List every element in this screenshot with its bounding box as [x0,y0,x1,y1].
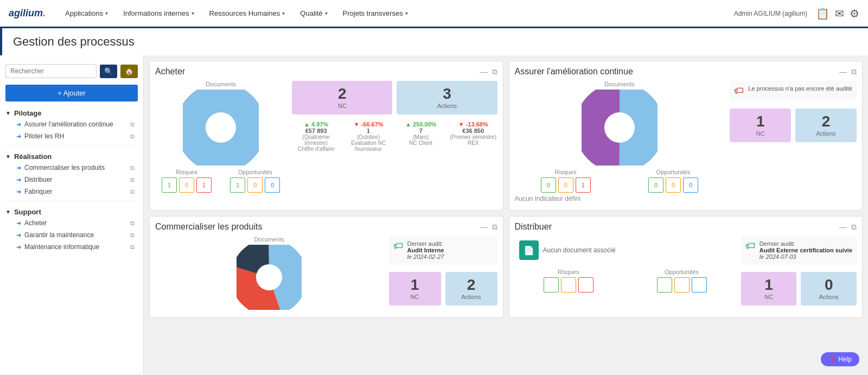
add-button[interactable]: + Ajouter [5,85,138,101]
pie-chart-amelioration [515,90,725,166]
card-acheter-controls: — ⧉ [480,67,497,77]
nav-ressources-humaines[interactable]: Ressources Humaines ▾ [203,6,292,21]
chevron-down-icon: ▾ [325,10,328,16]
card-commercialiser: Commercialiser les produits — ⧉ Document… [149,216,503,318]
card-commercialiser-stats: 🏷 Dernier audit: Audit Interne le 2024-0… [389,236,497,306]
card-commercialiser-title: Commercialiser les produits [155,222,262,232]
sidebar-item-amelioration-continue[interactable]: ➜ Assurer l'amélioration continue ⧉ [5,118,138,130]
risks-opps-amelioration: Risques 0 0 1 Opportunités 0 0 [515,169,725,193]
indicator-val: 1 [344,128,393,134]
indicator-name: Evaluation NC fournisseur [344,140,393,152]
card-distribuer: Distribuer — ⧉ 📄 Aucun document associé … [509,216,863,318]
arrow-right-icon: ➜ [16,133,21,140]
chevron-down-icon: ▼ [5,209,11,215]
indicator-sub: (Mars) [397,134,445,140]
actions-label: Actions [449,294,494,300]
navbar-right: Admin AGILIUM (agilium) 📋 ✉ ⚙ [734,7,859,20]
external-link-icon: ⧉ [130,188,135,195]
nc-value: 1 [392,277,438,293]
expand-icon[interactable]: ⧉ [851,223,857,232]
arrow-right-icon: ➜ [16,121,21,128]
navbar-icons: 📋 ✉ ⚙ [816,7,859,20]
risks-amelioration: Risques 0 0 1 [515,169,617,193]
minimize-icon[interactable]: — [839,67,847,77]
sidebar-item-acheter[interactable]: ➜ Acheter ⧉ [5,217,138,229]
user-label: Admin AGILIUM (agilium) [734,10,807,17]
svg-point-11 [256,264,282,290]
opps-distribuer: Opportunités [628,269,736,293]
indicator-val: 7 [397,128,445,134]
external-link-icon: ⧉ [130,121,135,128]
actions-label: Actions [799,130,853,137]
chevron-down-icon: ▾ [192,10,194,16]
minimize-icon[interactable]: — [480,223,488,232]
opps-amelioration: Opportunités 0 0 0 [622,169,724,193]
minimize-icon[interactable]: — [839,223,847,232]
actions-value: 0 [804,277,853,293]
sidebar-item-commercialiser[interactable]: ➜ Commercialiser les produits ⧉ [5,162,138,174]
search-input[interactable] [5,64,97,78]
nav-menu: Applications ▾ Informations internes ▾ R… [59,6,734,21]
nav-qualite[interactable]: Qualité ▾ [293,6,334,21]
indicator-sub: (Quatrième trimestre) [292,134,340,146]
chevron-down-icon: ▾ [405,10,408,16]
gear-icon[interactable]: ⚙ [850,7,859,20]
sidebar-section-header-realisation[interactable]: ▼ Réalisation [5,151,138,162]
card-acheter-title: Acheter [155,67,185,77]
actions-value: 2 [799,114,853,129]
clipboard-icon[interactable]: 📋 [816,7,829,20]
risks-acheter: Risques 1 0 1 [155,169,218,193]
opp-box-orange: 0 [247,177,263,193]
nav-informations-internes[interactable]: Informations internes ▾ [117,6,200,21]
stat-actions-acheter: 3 Actions [397,81,497,115]
nc-value: 2 [295,86,389,101]
home-button[interactable]: 🏠 [120,65,138,78]
opps-acheter: Opportunités 1 0 0 [224,169,286,193]
card-amelioration: Assurer l'amélioration continue — ⧉ Docu… [509,61,863,211]
chart-label: Documents [155,236,384,243]
help-button[interactable]: ❓ Help [821,352,859,366]
chevron-down-icon: ▾ [105,10,108,16]
nc-label: NC [295,103,389,109]
tag-icon: 🏷 [734,85,744,97]
audit-info-amelioration: 🏷 Le processus n'a pas encore été audité [730,81,857,101]
risk-box-orange: 0 [558,177,573,193]
pie-chart-acheter [155,90,286,166]
nc-label: NC [744,294,794,300]
sidebar-section-header-pilotage[interactable]: ▼ Pilotage [5,108,138,118]
card-amelioration-stats: 🏷 Le processus n'a pas encore été audité… [730,81,857,142]
logo: agilium. [9,8,46,19]
indicator-name: Chiffre d'affaire [292,146,340,152]
risks-opps-distribuer: Risques Opportunités [515,269,736,293]
mail-icon[interactable]: ✉ [835,7,844,20]
search-button[interactable]: 🔍 [100,65,117,78]
sidebar-section-header-support[interactable]: ▼ Support [5,207,138,217]
opp-boxes-acheter: 1 0 0 [224,177,286,193]
stat-boxes-distribuer: 1 NC 0 Actions [741,272,857,306]
sidebar-item-distribuer[interactable]: ➜ Distribuer ⧉ [5,174,138,186]
sidebar-item-maintenance-informatique[interactable]: ➜ Maintenance informatique ⧉ [5,241,138,253]
chevron-down-icon: ▾ [282,10,285,16]
external-link-icon: ⧉ [130,176,135,183]
nav-projets-transverses[interactable]: Projets transverses ▾ [336,6,414,21]
stat-nc-commercialiser: 1 NC [389,272,441,306]
nav-applications[interactable]: Applications ▾ [59,6,114,21]
sidebar-item-fabriquer[interactable]: ➜ Fabriquer ⧉ [5,186,138,198]
actions-value: 2 [449,277,494,293]
minimize-icon[interactable]: — [480,67,488,77]
expand-icon[interactable]: ⧉ [492,223,497,232]
sidebar-item-piloter-rh[interactable]: ➜ Piloter les RH ⧉ [5,130,138,142]
sidebar-item-garantir-maintenance[interactable]: ➜ Garantir la maintenance ⧉ [5,229,138,241]
risk-box-red: 1 [196,177,212,193]
chevron-down-icon: ▼ [5,154,11,160]
external-link-icon: ⧉ [130,220,135,227]
pie-chart-commercialiser [155,245,384,310]
svg-point-3 [206,112,236,143]
risk-box-green: 1 [162,177,177,193]
actions-value: 3 [400,86,494,101]
external-link-icon: ⧉ [130,232,135,239]
stat-actions-distribuer: 0 Actions [801,272,857,306]
expand-icon[interactable]: ⧉ [851,67,857,77]
card-commercialiser-body: Documents 🏷 Dernier aud [155,236,497,312]
expand-icon[interactable]: ⧉ [492,67,497,77]
